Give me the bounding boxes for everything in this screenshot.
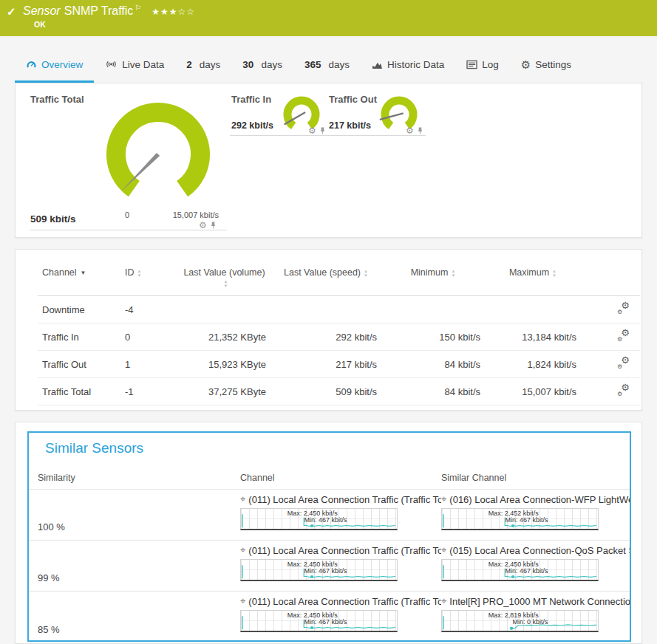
crosshair-icon: ⌖	[441, 595, 446, 607]
gauge-total-value: 509 kbit/s	[30, 213, 76, 225]
table-row-traffic-in: Traffic In 0 21,352 KByte 292 kbit/s 150…	[38, 323, 640, 351]
broadcast-icon	[105, 59, 118, 69]
flag-icon[interactable]: ⚐	[135, 4, 141, 12]
crosshair-icon: ⌖	[441, 544, 446, 556]
column-header-channel[interactable]: Channel▼	[38, 264, 120, 296]
gauge-settings-gear-icon[interactable]: ⚙	[308, 126, 316, 135]
channel-settings-gears-icon[interactable]: ⚙⚙	[617, 357, 630, 369]
tab-live-data[interactable]: Live Data	[94, 53, 175, 83]
sort-icon: ▲▼	[364, 269, 368, 278]
channel-name: Traffic Out	[38, 351, 120, 378]
similar-channel-minigraph[interactable]: Max: 2,450 kbit/s Min: 467 kbit/s	[441, 559, 599, 581]
page-title: SensorSNMP Traffic⚐★★★☆☆	[23, 4, 195, 18]
status-badge: OK	[34, 20, 195, 29]
gauges-panel: Traffic Total 509 kbit/s 0 15,007 kbit/s…	[15, 83, 642, 238]
pin-icon[interactable]	[417, 126, 423, 135]
channel-name: Downtime	[38, 296, 120, 323]
similar-channel-minigraph[interactable]: Max: 2,819 kbit/s Min: 0 kbit/s	[441, 610, 599, 632]
channel-minigraph[interactable]: Max: 2,450 kbit/s Min: 467 kbit/s	[240, 508, 398, 530]
channel-settings-gears-icon[interactable]: ⚙⚙	[617, 330, 630, 341]
tab-overview[interactable]: Overview	[15, 53, 94, 83]
gauge-icon	[26, 59, 37, 70]
similar-row: 100 % ⌖(011) Local Area Connection Traff…	[29, 490, 630, 541]
column-header-volume[interactable]: Last Value (volume)▲▼	[178, 264, 270, 296]
column-header-channel: Channel	[240, 473, 441, 483]
channel-name: Traffic Total	[38, 378, 120, 405]
sort-icon: ▲▼	[552, 269, 556, 278]
gauge-scale-max: 15,007 kbit/s	[152, 210, 219, 219]
sensor-header: ✓ SensorSNMP Traffic⚐★★★☆☆ OK	[0, 0, 657, 36]
similar-header-row: Similarity Channel Similar Channel	[29, 473, 630, 490]
gauge-in-label: Traffic In	[231, 94, 271, 105]
column-header-id[interactable]: ID▲▼	[120, 264, 178, 296]
channel-link[interactable]: ⌖(011) Local Area Connection Traffic (Tr…	[240, 595, 441, 607]
similar-sensors-panel: Similar Sensors Similarity Channel Simil…	[15, 422, 642, 644]
channel-link[interactable]: ⌖(011) Local Area Connection Traffic (Tr…	[240, 493, 441, 505]
table-row-traffic-total: Traffic Total -1 37,275 KByte 509 kbit/s…	[38, 378, 640, 405]
channel-link[interactable]: ⌖(011) Local Area Connection Traffic (Tr…	[240, 544, 441, 556]
table-row-traffic-out: Traffic Out 1 15,923 KByte 217 kbit/s 84…	[38, 351, 640, 378]
priority-stars[interactable]: ★★★☆☆	[152, 7, 195, 17]
gauge-settings-gear-icon[interactable]: ⚙	[199, 221, 207, 230]
column-header-maximum[interactable]: Maximum▲▼	[485, 264, 581, 296]
gauge-total-label: Traffic Total	[30, 94, 84, 105]
gauge-scale-min: 0	[125, 210, 129, 219]
channel-table: Channel▼ ID▲▼ Last Value (volume)▲▼ Last…	[38, 264, 640, 405]
column-header-speed[interactable]: Last Value (speed)▲▼	[270, 264, 381, 296]
channel-table-panel: Channel▼ ID▲▼ Last Value (volume)▲▼ Last…	[15, 249, 642, 411]
similar-channel-minigraph[interactable]: Max: 2,452 kbit/s Min: 467 kbit/s	[441, 508, 599, 530]
similar-channel-link[interactable]: ⌖(015) Local Area Connection-QoS Packet …	[441, 544, 630, 556]
sort-icon: ▲▼	[451, 269, 455, 278]
similarity-value: 99 %	[38, 572, 240, 591]
channel-settings-gears-icon[interactable]: ⚙⚙	[617, 303, 630, 314]
channel-minigraph[interactable]: Max: 2,450 kbit/s Min: 467 kbit/s	[240, 559, 398, 581]
crosshair-icon: ⌖	[240, 544, 245, 556]
traffic-total-gauge[interactable]	[103, 101, 214, 201]
object-type-label: Sensor	[23, 4, 61, 17]
gear-icon: ⚙	[521, 59, 531, 70]
pin-icon[interactable]	[319, 126, 326, 135]
column-header-similarity: Similarity	[38, 473, 240, 483]
gauge-out-label: Traffic Out	[329, 94, 377, 105]
sort-desc-icon: ▼	[81, 270, 86, 276]
sensor-name: SNMP Traffic	[64, 4, 134, 17]
tab-365-days[interactable]: 365days	[293, 53, 361, 83]
table-row-downtime: Downtime -4 ⚙⚙	[38, 296, 640, 323]
similar-sensors-box: Similar Sensors Similarity Channel Simil…	[27, 431, 631, 642]
tab-2-days[interactable]: 2days	[175, 53, 231, 83]
tab-settings[interactable]: ⚙ Settings	[510, 53, 582, 83]
similar-row: 99 % ⌖(011) Local Area Connection Traffi…	[29, 541, 630, 592]
tab-log[interactable]: Log	[455, 53, 510, 83]
channel-name: Traffic In	[38, 323, 120, 351]
similarity-value: 100 %	[38, 521, 240, 540]
pin-icon[interactable]	[210, 221, 217, 230]
crosshair-icon: ⌖	[240, 493, 245, 505]
tab-historic-data[interactable]: Historic Data	[361, 53, 455, 83]
channel-settings-gears-icon[interactable]: ⚙⚙	[617, 385, 630, 396]
gauge-in-value: 292 kbit/s	[231, 120, 273, 131]
status-check-icon: ✓	[7, 5, 16, 18]
crosshair-icon: ⌖	[441, 493, 446, 505]
tab-bar: Overview Live Data 2days 30days 365days …	[0, 36, 657, 83]
column-header-minimum[interactable]: Minimum▲▼	[381, 264, 485, 296]
area-chart-icon	[372, 60, 383, 69]
similar-channel-link[interactable]: ⌖(016) Local Area Connection-WFP LightWe…	[441, 493, 630, 505]
gauge-out-value: 217 kbit/s	[329, 120, 371, 131]
similar-row: 85 % ⌖(011) Local Area Connection Traffi…	[29, 592, 630, 643]
similar-sensors-title: Similar Sensors	[45, 440, 143, 456]
sort-icon: ▲▼	[137, 269, 142, 278]
similarity-value: 85 %	[38, 624, 240, 643]
log-icon	[466, 60, 477, 69]
crosshair-icon: ⌖	[240, 595, 245, 607]
gauge-settings-gear-icon[interactable]: ⚙	[406, 126, 414, 135]
channel-minigraph[interactable]: Max: 2,450 kbit/s Min: 467 kbit/s	[240, 610, 398, 632]
similar-channel-link[interactable]: ⌖Intel[R] PRO_1000 MT Network Connection…	[441, 595, 630, 607]
column-header-similar-channel: Similar Channel	[441, 473, 630, 483]
tab-30-days[interactable]: 30days	[231, 53, 293, 83]
sort-icon: ▲▼	[224, 279, 228, 288]
